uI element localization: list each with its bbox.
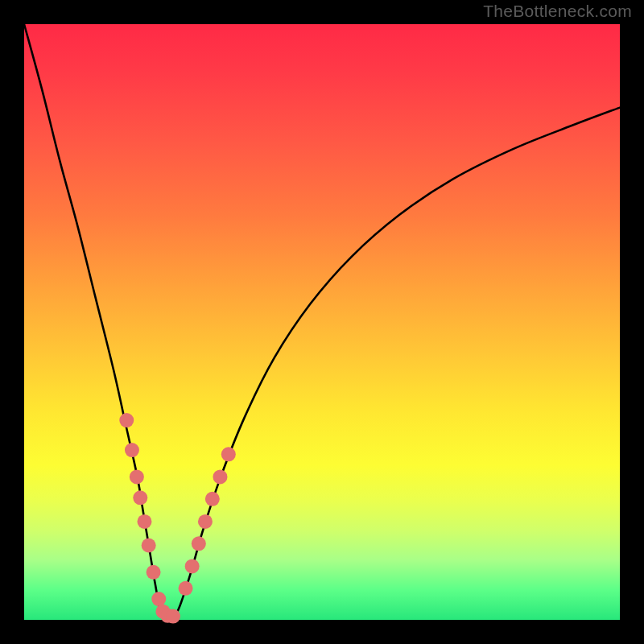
highlight-dot	[205, 492, 220, 506]
highlight-dot	[213, 469, 227, 484]
highlight-dot	[151, 592, 166, 606]
highlight-dot	[125, 443, 139, 457]
highlight-dot	[179, 581, 193, 596]
highlight-dot	[221, 447, 236, 461]
highlight-dot	[137, 514, 151, 529]
highlight-dot	[185, 559, 200, 573]
bottleneck-curve	[24, 24, 620, 617]
highlight-dot	[119, 413, 134, 427]
chart-frame: TheBottleneck.com	[0, 0, 644, 644]
highlight-dot	[133, 490, 147, 505]
highlight-dot	[142, 539, 156, 553]
highlight-dot	[147, 565, 161, 580]
highlight-dot	[166, 609, 180, 624]
highlight-dot	[192, 536, 206, 551]
highlight-dot	[198, 514, 213, 529]
chart-svg	[0, 0, 644, 644]
highlight-dot	[130, 469, 144, 484]
